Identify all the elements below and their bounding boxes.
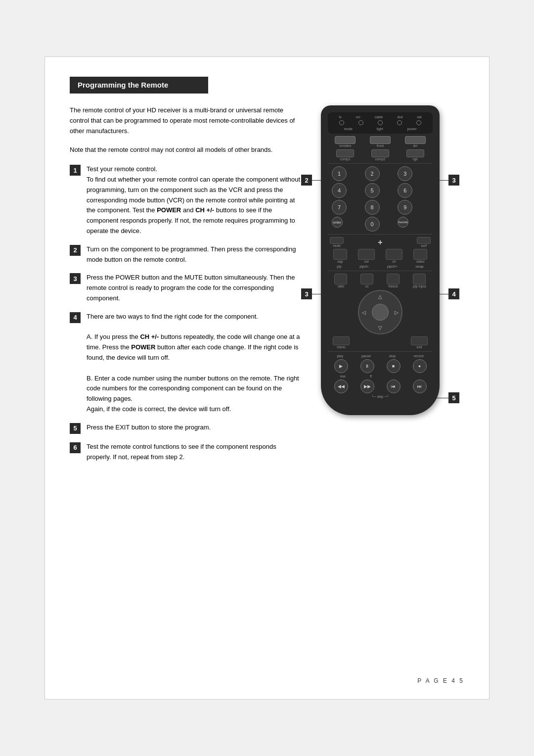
surf-btn-group: surf xyxy=(417,237,431,247)
ff-btn[interactable]: ▶▶ xyxy=(360,379,374,393)
callout-5-right: 5 xyxy=(448,392,459,403)
step-1: 1 Test your remote control. To find out … xyxy=(70,164,301,236)
dvi-btn[interactable] xyxy=(405,136,426,144)
dvd-dot xyxy=(397,120,402,125)
btn-3[interactable]: 3 xyxy=(398,166,412,181)
video-btn-group: video xyxy=(413,249,427,263)
transport-row2: ◀◀ ▶▶ ⏮ ⏭ xyxy=(328,379,433,393)
record-btn[interactable]: ● xyxy=(413,359,427,373)
play-btn[interactable]: ▶ xyxy=(334,359,348,373)
vol-btn[interactable] xyxy=(358,249,375,260)
tv-dot xyxy=(339,120,344,125)
nav-right-arrow: ▷ xyxy=(395,310,399,315)
step-3: 3 Press the POWER button and the MUTE bu… xyxy=(70,273,301,303)
surf-lbl: surf xyxy=(421,244,427,247)
freeze-btn[interactable] xyxy=(387,274,400,284)
cable-dot xyxy=(378,120,383,125)
intro-para2: Note that the remote control may not con… xyxy=(70,145,301,155)
exit-btn[interactable] xyxy=(411,336,428,345)
vol-lbl: vol xyxy=(364,260,369,263)
rgb-btn[interactable] xyxy=(406,149,424,157)
btn-6[interactable]: 6 xyxy=(398,183,412,198)
ch-lbl: ch xyxy=(392,260,396,263)
btn-0[interactable]: 0 xyxy=(365,217,380,232)
pipch-plus-lbl: pipch+ xyxy=(387,265,398,268)
ratio-btn[interactable] xyxy=(334,274,347,284)
pipinput-btn-group: pip input xyxy=(413,274,426,288)
plus-sign: + xyxy=(378,238,382,247)
btn-9[interactable]: 9 xyxy=(398,200,412,215)
skip-lbl: └─ skip ─┘ xyxy=(328,395,433,398)
nav-center-btn[interactable] xyxy=(372,304,389,321)
btn-flashbk[interactable]: flashbk xyxy=(398,217,408,228)
pipinput-lbl: pip input xyxy=(413,284,426,288)
mute-btn-group: mute xyxy=(330,237,344,247)
dvi-btn-group: dvi xyxy=(405,136,426,147)
btn-5[interactable]: 5 xyxy=(365,183,380,198)
pause-lbl: pause xyxy=(361,354,371,358)
step-6: 6 Test the remote control functions to s… xyxy=(70,442,301,463)
vcr-label: vcr xyxy=(356,115,360,119)
cc-btn[interactable] xyxy=(360,274,373,284)
transport-section: play pause stop record ▶ ⏸ ■ ● rew xyxy=(328,354,433,398)
sap-lbl: sap xyxy=(337,260,343,263)
record-lbl: record xyxy=(414,354,424,358)
left-column: The remote control of your HD receiver i… xyxy=(70,105,301,470)
step-text-2: Turn on the component to be programmed. … xyxy=(87,244,301,265)
callout-3-right: 3 xyxy=(448,175,459,186)
comp1-btn[interactable] xyxy=(336,149,354,157)
tvvideo-btn-group: tv/video xyxy=(335,136,356,147)
step-5: 5 Press the EXIT button to store the pro… xyxy=(70,423,301,434)
rew-btn[interactable]: ◀◀ xyxy=(334,379,348,393)
step-4: 4 There are two ways to find the right c… xyxy=(70,312,301,415)
ch-btn[interactable] xyxy=(386,249,402,260)
nav-ring[interactable]: △ ▽ ◁ ▷ xyxy=(358,290,402,334)
pip-lbl: pip xyxy=(337,265,341,268)
btn-enter[interactable]: enter xyxy=(332,217,343,228)
menu-btn[interactable] xyxy=(333,336,350,345)
btn-4[interactable]: 4 xyxy=(332,183,347,198)
nav-left-arrow: ◁ xyxy=(362,310,366,315)
btn-2[interactable]: 2 xyxy=(365,166,380,181)
step-text-5: Press the EXIT button to store the progr… xyxy=(87,423,301,433)
vol-btn-group: vol xyxy=(358,249,375,263)
btn-7[interactable]: 7 xyxy=(332,200,347,215)
stop-btn[interactable]: ■ xyxy=(387,359,400,373)
power-lbl: power xyxy=(407,127,416,131)
btn-1[interactable]: 1 xyxy=(332,166,347,181)
rgb-btn-group: rgb xyxy=(406,149,424,161)
front-lbl: front xyxy=(377,144,384,147)
content-area: The remote control of your HD receiver i… xyxy=(70,105,464,470)
surf-btn[interactable] xyxy=(417,237,431,244)
dvd-label: dvd xyxy=(397,115,402,119)
tvvideo-btn[interactable] xyxy=(335,136,356,144)
exit-btn-group: exit xyxy=(411,336,428,349)
next-btn[interactable]: ⏭ xyxy=(413,379,427,393)
prev-btn[interactable]: ⏮ xyxy=(387,379,400,393)
stop-lbl: stop xyxy=(389,354,396,358)
step-text-6: Test the remote control functions to see… xyxy=(87,442,301,463)
tvvideo-lbl: tv/video xyxy=(339,144,351,147)
mute-lbl: mute xyxy=(333,244,341,247)
comp1-btn-group: comp1 xyxy=(336,149,354,161)
front-btn[interactable] xyxy=(370,136,391,144)
pipinput-btn[interactable] xyxy=(413,274,426,284)
comp2-btn[interactable] xyxy=(371,149,389,157)
step-num-3: 3 xyxy=(70,273,81,284)
sat-label: sat xyxy=(417,115,421,119)
sap-btn[interactable] xyxy=(333,249,347,260)
video-btn[interactable] xyxy=(413,249,427,260)
step-text-4: There are two ways to find the right cod… xyxy=(87,312,301,415)
comp2-btn-group: comp2 xyxy=(371,149,389,161)
intro-para1: The remote control of your HD receiver i… xyxy=(70,105,301,136)
pipch-lbl: pipch- xyxy=(359,265,369,268)
vcr-dot xyxy=(358,120,363,125)
sap-btn-group: sap xyxy=(333,249,347,263)
right-column: 2 3 3 4 xyxy=(316,105,464,470)
pause-btn[interactable]: ⏸ xyxy=(360,359,374,373)
ff-lbl: ff xyxy=(370,375,372,378)
mute-btn[interactable] xyxy=(330,237,344,244)
light-lbl: light xyxy=(377,127,383,131)
btn-8[interactable]: 8 xyxy=(365,200,380,215)
number-grid: 1 2 3 4 5 6 7 8 9 enter 0 flashbk xyxy=(332,166,429,232)
